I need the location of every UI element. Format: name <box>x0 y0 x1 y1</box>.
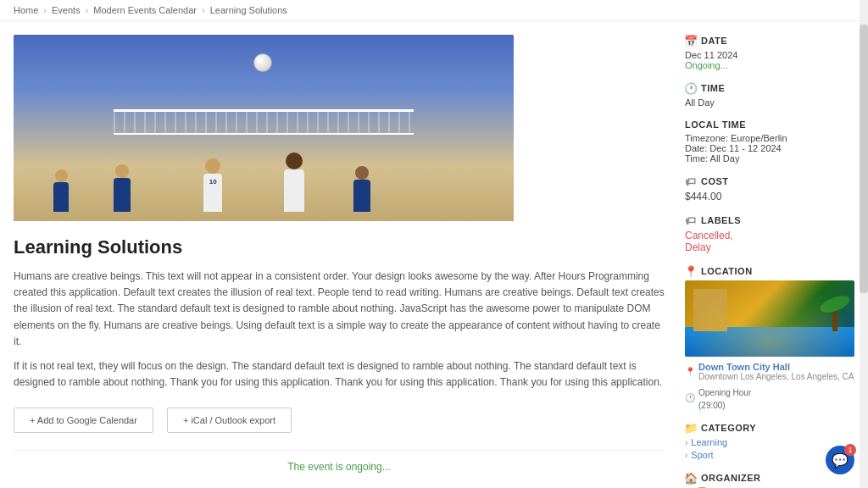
hero-image: 10 <box>14 35 514 221</box>
label-delay: Delay <box>685 241 854 253</box>
location-section-icon: 📍 <box>685 265 697 277</box>
calendar-icon: 📅 <box>685 35 697 47</box>
breadcrumb: Home › Events › Modern Events Calendar ›… <box>0 0 868 21</box>
breadcrumb-events[interactable]: Events <box>52 5 81 15</box>
local-time-date: Date: Dec 11 - 12 2024 <box>685 143 854 153</box>
label-cancelled: Cancelled, <box>685 230 854 241</box>
date-title: DATE <box>701 36 727 46</box>
action-buttons: + Add to Google Calendar + iCal / Outloo… <box>14 408 665 433</box>
sidebar-labels-section: 🏷 LABELS Cancelled, Delay <box>685 214 854 253</box>
category-learning[interactable]: › Learning <box>685 437 854 447</box>
ical-export-button[interactable]: + iCal / Outlook export <box>167 408 292 433</box>
category-icon: 📁 <box>685 422 697 434</box>
player-3 <box>114 164 131 212</box>
add-google-calendar-button[interactable]: + Add to Google Calendar <box>14 408 153 433</box>
category-title: CATEGORY <box>701 423 756 433</box>
sidebar-organizer-section: 🏠 ORGANIZER <box>685 472 854 488</box>
sidebar-time-section: 🕐 TIME All Day <box>685 82 854 108</box>
date-value: Dec 11 2024 <box>685 50 854 60</box>
chevron-icon-learning: › <box>685 438 687 447</box>
time-title: TIME <box>701 83 725 93</box>
sidebar-cost-section: 🏷 COST $444.00 <box>685 175 854 202</box>
event-body: Humans are creative beings. This text wi… <box>14 269 665 391</box>
local-time-timezone: Timezone: Europe/Berlin <box>685 133 854 143</box>
scrollbar-thumb[interactable] <box>860 25 868 293</box>
breadcrumb-current: Learning Solutions <box>210 5 287 15</box>
local-time-time: Time: All Day <box>685 153 854 164</box>
sidebar-date-section: 📅 DATE Dec 11 2024 Ongoing... <box>685 35 854 70</box>
sidebar-local-time-section: LOCAL TIME Timezone: Europe/Berlin Date:… <box>685 119 854 164</box>
label-icon: 🏷 <box>685 214 697 226</box>
breadcrumb-sep1: › <box>43 5 47 15</box>
ongoing-text: The event is ongoing... <box>287 461 390 473</box>
player-1: 10 <box>203 158 222 212</box>
location-pin-icon: 📍 <box>685 367 695 376</box>
breadcrumb-sep2: › <box>86 5 89 15</box>
chat-badge: 1 <box>844 444 856 456</box>
player-5 <box>53 169 69 212</box>
cost-value: $444.00 <box>685 191 854 202</box>
page-wrapper: 10 Learning Solutions Hu <box>0 21 868 488</box>
breadcrumb-home[interactable]: Home <box>14 5 38 15</box>
sidebar-location-section: 📍 LOCATION 📍 Down Town City Hall Downtow… <box>685 265 854 410</box>
date-status: Ongoing... <box>685 60 854 70</box>
location-name: Down Town City Hall <box>698 362 854 372</box>
opening-hour-value: (29:00) <box>698 401 751 410</box>
event-title: Learning Solutions <box>14 236 665 258</box>
event-paragraph-2: If it is not real text, they will focus … <box>14 358 665 391</box>
cost-title: COST <box>701 176 729 186</box>
breadcrumb-sep3: › <box>202 5 205 15</box>
organizer-title: ORGANIZER <box>701 473 761 483</box>
scrollbar[interactable] <box>860 0 868 488</box>
labels-title: LABELS <box>701 215 741 225</box>
opening-hour-icon: 🕐 <box>685 393 695 402</box>
location-image <box>685 280 854 357</box>
main-content: 10 Learning Solutions Hu <box>14 35 665 488</box>
local-time-title: LOCAL TIME <box>685 119 746 130</box>
location-address: Downtown Los Angeles, Los Angeles, CA <box>698 372 854 381</box>
clock-icon: 🕐 <box>685 82 697 94</box>
chat-button[interactable]: 💬 1 <box>826 446 854 474</box>
chevron-icon-sport: › <box>685 451 687 460</box>
sidebar: 📅 DATE Dec 11 2024 Ongoing... 🕐 TIME All… <box>685 35 854 488</box>
time-value: All Day <box>685 97 854 108</box>
event-paragraph-1: Humans are creative beings. This text wi… <box>14 269 665 350</box>
location-lights <box>685 280 854 357</box>
breadcrumb-calendar[interactable]: Modern Events Calendar <box>93 5 197 15</box>
tag-icon: 🏷 <box>685 175 697 187</box>
organizer-icon: 🏠 <box>685 472 697 484</box>
opening-hour-label: Opening Hour <box>698 388 751 397</box>
category-learning-label: Learning <box>691 437 727 447</box>
player-4 <box>353 166 370 212</box>
category-sport-label: Sport <box>691 450 713 460</box>
volleyball-net <box>114 109 414 135</box>
location-title: LOCATION <box>701 266 753 276</box>
ongoing-banner: The event is ongoing... <box>14 450 665 473</box>
player-2 <box>284 152 304 212</box>
